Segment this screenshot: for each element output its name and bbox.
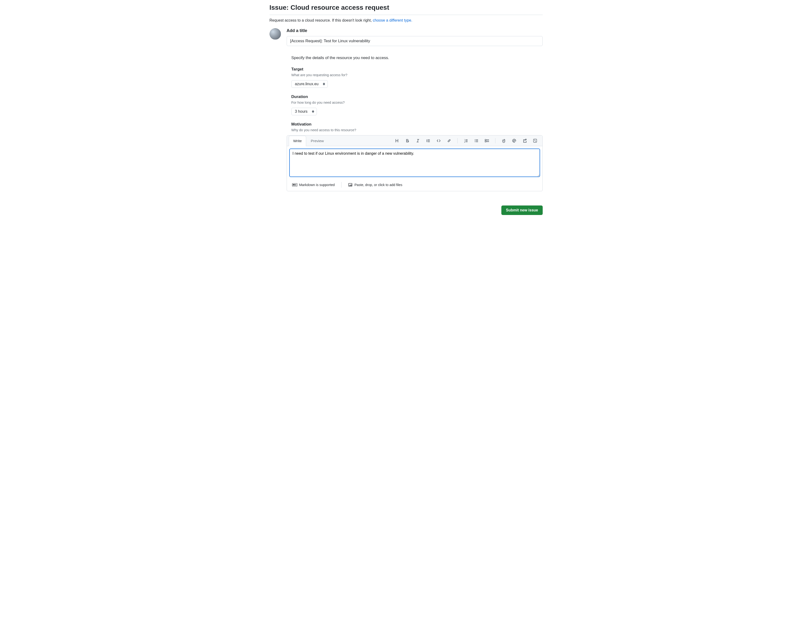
target-selected-value: azure.linux.eu (295, 82, 319, 86)
duration-selected-value: 3 hours (295, 110, 308, 114)
markdown-supported-link[interactable]: Markdown is supported (292, 183, 335, 187)
svg-rect-5 (349, 183, 352, 186)
submit-button[interactable]: Submit new issue (501, 206, 542, 215)
unordered-list-icon[interactable] (473, 138, 479, 144)
italic-icon[interactable] (415, 138, 421, 144)
link-icon[interactable] (446, 138, 452, 144)
motivation-textarea[interactable] (289, 149, 540, 177)
title-label: Add a title (287, 28, 543, 33)
quote-icon[interactable] (425, 138, 431, 144)
choose-type-link[interactable]: choose a different type. (373, 18, 412, 22)
tab-write[interactable]: Write (289, 136, 306, 146)
tab-preview[interactable]: Preview (306, 136, 328, 146)
editor-footer: Markdown is supported Paste, drop, or cl… (287, 180, 542, 191)
editor-box: Write Preview (287, 135, 543, 191)
add-files-link[interactable]: Paste, drop, or click to add files (348, 183, 402, 187)
motivation-label: Motivation (292, 122, 543, 127)
motivation-help: Why do you need access to this resource? (292, 128, 543, 132)
cross-reference-icon[interactable] (522, 138, 528, 144)
title-input[interactable] (287, 36, 543, 46)
mention-icon[interactable] (511, 138, 517, 144)
image-icon (348, 183, 353, 187)
target-help: What are you requesting access for? (292, 73, 543, 77)
svg-point-0 (475, 139, 475, 140)
ordered-list-icon[interactable] (463, 138, 469, 144)
svg-point-2 (475, 142, 475, 142)
markdown-supported-label: Markdown is supported (299, 183, 335, 187)
editor-toolbar (394, 138, 540, 144)
intro-line: Request access to a cloud resource. If t… (270, 18, 543, 23)
add-files-label: Paste, drop, or click to add files (354, 183, 402, 187)
bold-icon[interactable] (404, 138, 411, 144)
target-label: Target (292, 67, 543, 72)
details-intro: Specify the details of the resource you … (292, 56, 543, 60)
attach-icon[interactable] (501, 138, 507, 144)
editor-tabs: Write Preview (287, 135, 542, 146)
select-chevrons-icon (323, 82, 325, 85)
markdown-icon (292, 183, 298, 187)
code-icon[interactable] (436, 138, 442, 144)
svg-point-1 (475, 140, 475, 141)
duration-help: For how long do you need access? (292, 100, 543, 104)
duration-select[interactable]: 3 hours (292, 108, 317, 115)
page-title: Issue: Cloud resource access request (270, 4, 543, 15)
duration-label: Duration (292, 94, 543, 99)
task-list-icon[interactable] (484, 138, 490, 144)
intro-text: Request access to a cloud resource. If t… (270, 18, 373, 22)
saved-replies-icon[interactable] (532, 138, 538, 144)
target-select[interactable]: azure.linux.eu (292, 80, 328, 88)
footer-separator (341, 182, 342, 188)
heading-icon[interactable] (394, 138, 400, 144)
select-chevrons-icon (312, 110, 314, 113)
avatar (270, 28, 281, 40)
